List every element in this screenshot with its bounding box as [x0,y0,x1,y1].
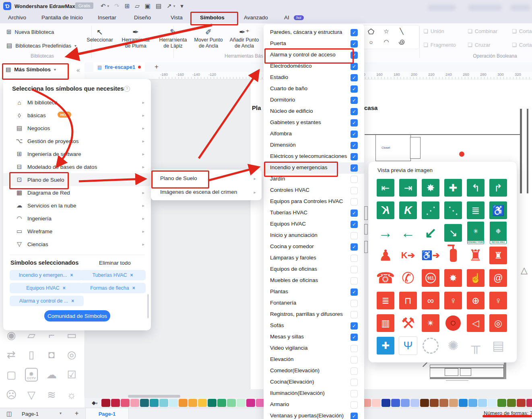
preview-icon-valve-3[interactable]: ♀ [489,291,508,310]
color-swatch[interactable] [449,399,458,407]
color-swatch[interactable] [150,399,159,407]
color-swatch[interactable] [227,399,236,407]
boolean-op-cortar-4[interactable]: ❏Cortar [512,28,532,34]
preview-icon-first-aid[interactable]: ✚ [443,178,463,197]
color-swatch[interactable] [507,399,516,407]
menu-item-archivo[interactable]: Archivo [8,15,26,21]
category-row-dormitorio[interactable]: Dormitorio✓ [264,95,364,106]
spiral-shape-icon[interactable] [397,37,406,47]
category-row-dimensi-n[interactable]: Dimensión✓ [264,140,364,151]
category-row-equipos-de-oficinas[interactable]: Equipos de oficinas [264,264,364,275]
person-check-icon[interactable]: ☑ [67,369,76,381]
preview-icon-hose-station[interactable]: ≣ [376,291,395,310]
sidebar-item-ciencias[interactable]: ▽Ciencias▸ [3,238,151,251]
category-row-sof-s[interactable]: Sofás✓ [264,320,364,332]
preview-icon-emergency-exit-right[interactable]: K [398,201,418,220]
menu-item-diseño[interactable]: Diseño [134,15,151,21]
undo-icon[interactable]: ↶ [101,2,106,10]
category-checkbox[interactable]: ✓ [351,164,358,172]
category-checkbox[interactable] [351,187,358,194]
tool-pencil-tool[interactable]: ✎Herramienta de Lápiz [155,27,191,49]
category-checkbox[interactable]: ✓ [351,40,358,48]
wall-mount-camera-icon[interactable]: ⌐ [48,329,54,342]
category-checkbox[interactable]: ✓ [351,142,358,149]
category-row-cocina-y-comedor[interactable]: Cocina y comedor✓ [264,241,364,253]
category-checkbox[interactable] [351,232,358,239]
export-caret-icon[interactable]: ▾ [173,4,175,8]
category-row-muebles-de-oficinas[interactable]: Muebles de oficinas [264,275,364,286]
fill-bucket-icon[interactable]: ◆▾ [92,400,98,406]
selected-symbol-chip[interactable]: Equipos HVAC× [10,283,82,293]
intruder-icon[interactable]: ☹ [6,389,16,401]
preview-icon-emergency-phone[interactable]: ☎ [376,268,395,288]
floodlight-icon[interactable]: ☼ [67,389,76,401]
category-checkbox[interactable] [351,198,358,205]
category-row-armario[interactable]: Armario [264,399,364,411]
category-row-elevaci-n[interactable]: Elevación [264,354,364,365]
category-row-paredes-c-scara-y-estructura[interactable]: Paredes, cáscara y estructura✓ [264,27,364,38]
category-checkbox[interactable] [351,379,358,386]
preview-icon-hydrant-sign[interactable]: ♜ [489,246,508,265]
category-row-tuber-as-hvac[interactable]: Tuberías HVAC✓ [264,207,364,219]
preview-icon-exit-right[interactable]: ⇥ [398,178,418,197]
preview-icon-person[interactable]: ♟ [376,246,395,265]
preview-icon-fire-hydrant[interactable]: ♜ [466,246,485,265]
category-row-alfombra[interactable]: Alfombra✓ [264,129,364,140]
new-tab-button[interactable]: + [155,63,159,71]
chip-remove-icon[interactable]: × [71,298,74,304]
selected-symbol-chip[interactable]: Incendio y emergen...× [10,270,82,280]
color-swatch[interactable] [420,399,429,407]
preview-icon-fire-exit-wheelchair[interactable]: ♿➔ [421,246,440,265]
category-row-el-ctricos-y-telecomunicaciones[interactable]: Eléctricos y telecomunicaciones✓ [264,151,364,162]
sidebar-item-ingenier-a-de-software[interactable]: ⊞Ingeniería de software▸ [3,147,151,160]
preview-icon-arrow-left[interactable]: ← [398,223,418,243]
sidebar-item-negocios[interactable]: ▤Negocios▸ [3,122,151,135]
color-swatch[interactable] [430,399,439,407]
category-row-video-vigilancia[interactable]: Video vigilancia [264,343,364,354]
category-checkbox[interactable]: ✓ [351,131,358,138]
new-library-button[interactable]: ⊞ Nueva Biblioteca [6,28,54,35]
preview-icon-stairs-down[interactable]: ⋱ [443,201,463,220]
arc-shape-icon[interactable]: ◠ [381,37,391,47]
preview-icon-break-glass[interactable]: ✸ [421,178,440,197]
category-checkbox[interactable]: ✓ [351,63,358,70]
preview-icon-phone-handset[interactable]: ✆ [398,268,418,288]
category-checkbox[interactable] [351,300,358,307]
predefined-libraries-button[interactable]: ▤ Bibliotecas Predefinidas ▾ [6,42,76,49]
document-tab[interactable]: ▤ fire-escape1 [93,62,145,72]
color-swatch[interactable] [208,399,217,407]
color-swatch[interactable] [391,399,400,407]
popup-scrollbar[interactable] [147,294,149,318]
line-shape-icon[interactable]: ╲ [397,27,406,36]
preview-icon-smoke-detector[interactable] [421,336,440,355]
category-checkbox[interactable]: ✓ [351,322,358,330]
page-selector[interactable]: Page-1 [22,411,39,417]
category-row-inicio-y-anunciaci-n[interactable]: Inicio y anunciación [264,230,364,241]
circle-shape-icon[interactable]: ○ [366,37,376,47]
category-row-ventanas-y-puertas-elevaci-n-[interactable]: Ventanas y puertas(Elevación)✓ [264,411,364,419]
color-swatch[interactable] [130,399,139,407]
new-document-icon[interactable]: ⊞ [125,2,130,10]
chip-remove-icon[interactable]: × [70,272,73,278]
preview-icon-arrow-down-left[interactable]: ↙ [421,223,440,243]
color-swatch[interactable] [526,399,532,407]
selected-symbol-chip[interactable]: Alarma y control de ...× [10,296,84,306]
preview-icon-fire-axe[interactable]: ⚒ [398,313,418,333]
snapshot-camera-icon[interactable]: ▢ [6,369,16,381]
category-checkbox[interactable] [351,356,358,363]
category-row-plantas[interactable]: Plantas✓ [264,286,364,298]
tool-pen-tool[interactable]: ✒Herramienta de Pluma [118,27,153,49]
category-checkbox[interactable] [351,401,358,409]
bullet-camera-icon[interactable]: ▱ [27,329,35,342]
ptz-camera-icon[interactable]: ◎ [67,348,76,361]
category-row-estadio[interactable]: Estadio✓ [264,72,364,83]
category-row-n-cleo-de-edificio[interactable]: Núcleo de edificio✓ [264,106,364,117]
pole-camera-icon[interactable]: ▯ [29,348,34,361]
color-swatch[interactable] [159,399,168,407]
chip-remove-icon[interactable]: × [130,272,133,278]
canvas-hscrollbar[interactable] [128,395,180,398]
boolean-op-combinar-2[interactable]: ❏Combinar [468,28,497,34]
preview-icon-wheelchair-access[interactable]: ♿ [489,201,508,220]
category-row-puerta[interactable]: Puerta✓ [264,38,364,50]
sidebar-item-wireframe[interactable]: ▭Wireframe▸ [3,225,151,238]
